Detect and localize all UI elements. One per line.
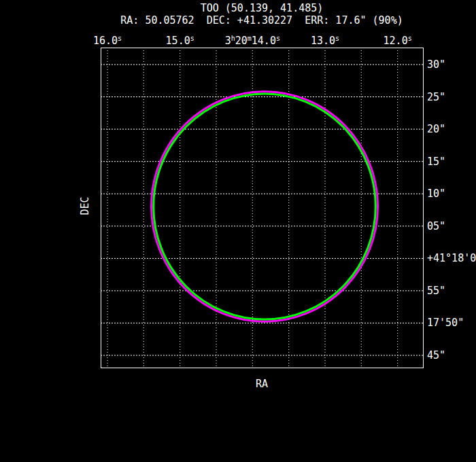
- dec-tick-label: 05": [427, 221, 445, 232]
- dec-axis-title: DEC: [80, 196, 90, 215]
- dec-tick-label: 15": [427, 156, 445, 167]
- dec-tick-label: 30": [427, 59, 445, 70]
- dec-tick-label: 55": [427, 285, 445, 296]
- dec-tick-label: 17'50": [427, 317, 464, 328]
- ra-axis-title: RA: [24, 378, 476, 389]
- dec-tick-label: 10": [427, 188, 445, 199]
- plot-canvas: [0, 0, 476, 462]
- dec-tick-label: +41°18'00": [427, 253, 476, 264]
- ra-tick-label: 15.0s: [166, 33, 194, 46]
- ra-tick-label: 16.0s: [93, 33, 122, 46]
- error-circle: [152, 92, 378, 322]
- error-circle: [154, 94, 376, 319]
- ra-tick-label: 3h20m14.0s: [225, 33, 280, 46]
- dec-tick-label: 45": [427, 350, 445, 361]
- too-error-circle-plot: TOO (50.139, 41.485) RA: 50.05762 DEC: +…: [0, 0, 476, 462]
- dec-tick-label: 25": [427, 92, 445, 103]
- ra-tick-label: 12.0s: [384, 33, 412, 46]
- dec-tick-label: 20": [427, 124, 445, 135]
- ra-tick-label: 13.0s: [311, 33, 339, 46]
